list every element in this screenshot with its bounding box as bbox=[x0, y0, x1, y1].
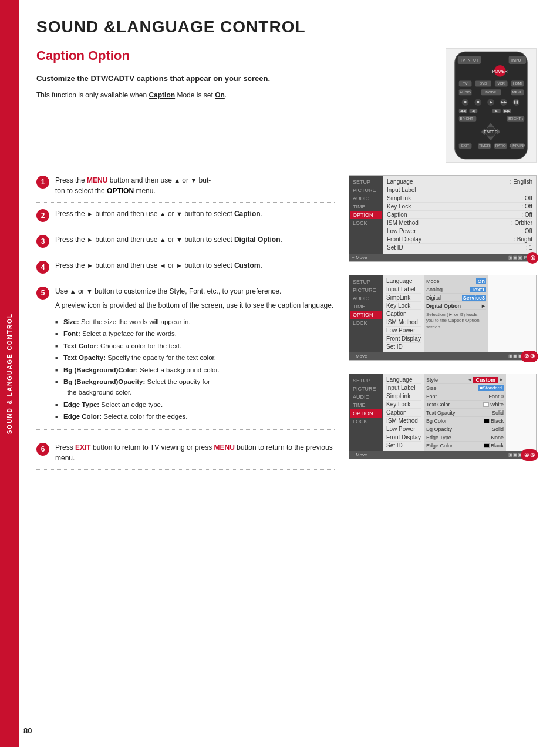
screen-2-menu: SETUP PICTURE AUDIO TIME OPTION LOCK Lan… bbox=[349, 275, 536, 352]
step-1-text: Press the MENU button and then use ▲ or … bbox=[55, 175, 211, 196]
remote-svg: TV INPUT INPUT POWER TV DVD VCR HDMI AUD… bbox=[446, 48, 537, 163]
caption-keyword: Caption bbox=[149, 91, 175, 99]
sp-text-color: Text Color White bbox=[426, 401, 504, 409]
ms2-picture: PICTURE bbox=[350, 286, 382, 294]
svg-text:SIMPLINK: SIMPLINK bbox=[510, 144, 526, 147]
s3r-language: Language bbox=[386, 376, 421, 384]
s2r-input: Input Label bbox=[386, 285, 421, 294]
ms2-audio: AUDIO bbox=[350, 294, 382, 302]
screen-1-badge: ① bbox=[527, 252, 538, 264]
screen-1-sidebar: SETUP PICTURE AUDIO TIME OPTION LOCK bbox=[349, 176, 383, 254]
bullet-size: Size: Set the size the words will appear… bbox=[55, 317, 333, 327]
step-2: 2 Press the ► button and then use ▲ or ▼… bbox=[36, 208, 335, 228]
s3r-front: Front Display bbox=[386, 433, 421, 442]
section-title: Caption Option bbox=[36, 48, 434, 63]
screen-1-footer: + Move▣▣▣ Prev bbox=[349, 254, 536, 261]
svg-text:◀: ◀ bbox=[472, 109, 475, 113]
step-6: 6 Press EXIT button to return to TV view… bbox=[36, 436, 335, 470]
step-1: 1 Press the MENU button and then use ▲ o… bbox=[36, 175, 335, 203]
sp-size: Size ■Standard bbox=[426, 384, 504, 392]
s2r-language: Language bbox=[386, 277, 421, 285]
svg-text:▶▶: ▶▶ bbox=[501, 100, 507, 104]
screen-1: SETUP PICTURE AUDIO TIME OPTION LOCK Lan… bbox=[349, 175, 537, 262]
svg-text:▶: ▶ bbox=[495, 109, 498, 113]
ms3-picture: PICTURE bbox=[350, 385, 382, 393]
row-caption: Caption: Off bbox=[387, 211, 532, 219]
page-title: SOUND &LANGUAGE CONTROL bbox=[36, 18, 537, 36]
ms3-setup: SETUP bbox=[350, 376, 382, 385]
screen-3-content: Language Input Label SimpLink Key Lock C… bbox=[383, 374, 506, 451]
svg-text:TV: TV bbox=[463, 82, 468, 85]
svg-text:▶▶: ▶▶ bbox=[504, 109, 510, 113]
s3r-input: Input Label bbox=[386, 384, 421, 392]
sidebar-label: SOUND & LANGUAGE CONTROL bbox=[6, 313, 13, 434]
svg-text:MENU: MENU bbox=[512, 90, 522, 94]
screen-2-footer: + Move▣▣▣ Prev bbox=[349, 352, 536, 360]
top-section: Caption Option Customize the DTV/CADTV c… bbox=[36, 48, 537, 163]
svg-text:▮▮: ▮▮ bbox=[514, 100, 518, 104]
screen-3-footer: + Move▣▣▣ Prev bbox=[349, 451, 536, 459]
main-content: SOUND &LANGUAGE CONTROL Caption Option C… bbox=[19, 0, 560, 493]
step-6-number: 6 bbox=[36, 443, 49, 456]
bullet-list: Size: Set the size the words will appear… bbox=[55, 317, 333, 422]
svg-text:TIMER: TIMER bbox=[479, 144, 490, 147]
s2r-front: Front Display bbox=[386, 335, 421, 343]
step-3: 3 Press the ► button and then use ▲ or ▼… bbox=[36, 234, 335, 254]
section-divider bbox=[36, 169, 537, 169]
s2r-setid: Set ID bbox=[386, 343, 421, 351]
svg-text:BRIGHT +: BRIGHT + bbox=[508, 117, 524, 120]
intro-normal: This function is only available when Cap… bbox=[36, 91, 434, 99]
screen-2-sidebar: SETUP PICTURE AUDIO TIME OPTION LOCK bbox=[349, 275, 383, 352]
svg-text:INPUT: INPUT bbox=[511, 58, 524, 62]
bullet-bg-opacity: Bg (Background)Opacity: Select the opaci… bbox=[55, 376, 333, 398]
step-2-number: 2 bbox=[36, 209, 49, 222]
row-language: Language: English bbox=[387, 178, 532, 186]
s3r-low: Low Power bbox=[386, 425, 421, 433]
ms3-audio: AUDIO bbox=[350, 393, 382, 401]
page-number: 80 bbox=[23, 726, 32, 735]
step-5-text: Use ▲ or ▼ button to customize the Style… bbox=[55, 286, 333, 423]
ms-time: TIME bbox=[350, 203, 382, 211]
ms3-option: OPTION bbox=[350, 409, 382, 418]
on-keyword: On bbox=[215, 91, 225, 99]
row-front-display: Front Display: Bright bbox=[387, 235, 532, 244]
ms-setup: SETUP bbox=[350, 178, 382, 186]
steps-column: 1 Press the MENU button and then use ▲ o… bbox=[36, 175, 335, 476]
row-simplink: SimpLink: Off bbox=[387, 194, 532, 203]
bullet-text-color: Text Color: Choose a color for the text. bbox=[55, 341, 333, 351]
s3r-setid: Set ID bbox=[386, 442, 421, 449]
screen-2-left: Language Input Label SimpLink Key Lock C… bbox=[383, 275, 424, 352]
ms2-setup: SETUP bbox=[350, 278, 382, 286]
row-set-id: Set ID: 1 bbox=[387, 244, 532, 251]
svg-text:EXIT: EXIT bbox=[461, 144, 470, 147]
s2r-caption: Caption bbox=[386, 310, 421, 318]
step-4-number: 4 bbox=[36, 261, 49, 274]
sp-font: Font Font 0 bbox=[426, 392, 504, 401]
s3r-caption: Caption bbox=[386, 409, 421, 417]
s2r-simp: SimpLink bbox=[386, 294, 421, 302]
svg-text:ENTER: ENTER bbox=[484, 130, 497, 134]
sp-bg-opacity: Bg Opacity Solid bbox=[426, 425, 504, 433]
sidebar: SOUND & LANGUAGE CONTROL bbox=[0, 0, 19, 747]
sp-text-opacity: Text Opacity Solid bbox=[426, 409, 504, 417]
screen-2-badge: ② ③ bbox=[521, 351, 538, 362]
sp-edge-color: Edge Color Black bbox=[426, 442, 504, 449]
step-3-number: 3 bbox=[36, 235, 49, 248]
step-4: 4 Press the ► button and then use ◄ or ►… bbox=[36, 260, 335, 280]
step-5: 5 Use ▲ or ▼ button to customize the Sty… bbox=[36, 286, 335, 430]
svg-text:POWER: POWER bbox=[492, 69, 508, 73]
ms3-time: TIME bbox=[350, 401, 382, 409]
bullet-font: Font: Select a typeface for the words. bbox=[55, 328, 333, 339]
s2r-key: Key Lock bbox=[386, 302, 421, 310]
ms-picture: PICTURE bbox=[350, 186, 382, 194]
svg-text:■: ■ bbox=[477, 100, 479, 104]
svg-text:HDMI: HDMI bbox=[513, 82, 522, 85]
row-ism: ISM Method: Orbiter bbox=[387, 219, 532, 227]
s3r-key: Key Lock bbox=[386, 401, 421, 409]
step-5-number: 5 bbox=[36, 287, 49, 300]
svg-text:◀◀: ◀◀ bbox=[460, 109, 466, 113]
svg-text:■: ■ bbox=[464, 100, 466, 104]
panel-note: Selection (► or G) leads you to the Capt… bbox=[426, 312, 486, 330]
s2r-ism: ISM Method bbox=[386, 318, 421, 327]
svg-text:RATIO: RATIO bbox=[495, 144, 506, 147]
